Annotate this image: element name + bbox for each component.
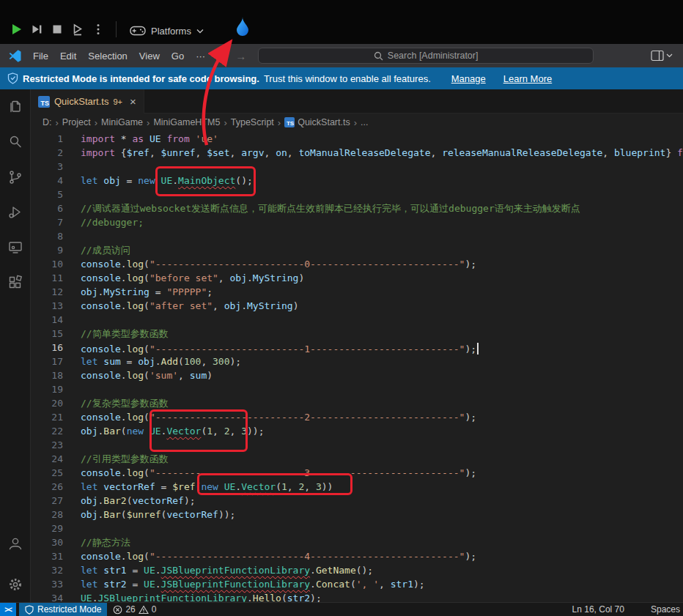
typescript-file-icon: TS <box>284 117 295 127</box>
platforms-dropdown[interactable]: Platforms <box>124 22 210 40</box>
sidebar-item-remote-explorer[interactable] <box>0 230 31 265</box>
back-button[interactable]: ← <box>211 48 231 64</box>
code-line[interactable]: import {$ref, $unref, $set, argv, on, to… <box>81 146 683 160</box>
puerts-logo-icon[interactable] <box>235 16 251 40</box>
code-line[interactable] <box>81 229 683 243</box>
tab-bar: TS QuickStart.ts 9+ × <box>31 89 683 114</box>
sidebar-item-run-debug[interactable] <box>0 195 31 230</box>
stop-button[interactable] <box>47 19 67 40</box>
code-line[interactable]: //debugger; <box>81 215 683 229</box>
code-line[interactable]: console.log("--------------------------2… <box>81 410 683 424</box>
sidebar-item-source-control[interactable] <box>0 160 31 195</box>
menu-selection[interactable]: Selection <box>82 48 133 64</box>
line-number: 32 <box>31 563 63 577</box>
code-line[interactable] <box>81 188 683 201</box>
code-line[interactable]: console.log("--------------------------0… <box>81 257 683 271</box>
error-icon <box>113 605 122 615</box>
tab-close-button[interactable]: × <box>130 95 136 108</box>
menu-more-button[interactable]: ··· <box>190 48 211 64</box>
editor-column: TS QuickStart.ts 9+ × D: › Project › Min… <box>31 89 683 602</box>
code-editor[interactable]: 1234567891011121314151617181920212223242… <box>31 131 683 602</box>
code-line[interactable]: console.log("after set", obj.MyString) <box>81 299 683 313</box>
toolbar-more-button[interactable] <box>88 19 108 40</box>
code-line[interactable] <box>81 382 683 396</box>
account-button[interactable] <box>0 526 31 561</box>
gear-icon <box>7 576 24 593</box>
run-debug-icon <box>7 204 24 221</box>
code-line[interactable]: //复杂类型参数函数 <box>81 396 683 410</box>
code-line[interactable]: console.log("--------------------------1… <box>81 341 683 355</box>
line-number: 19 <box>31 382 63 396</box>
code-line[interactable]: //静态方法 <box>81 535 683 549</box>
code-line[interactable] <box>81 522 683 535</box>
menu-file[interactable]: File <box>27 48 54 64</box>
launch-button[interactable] <box>67 19 88 40</box>
code-line[interactable] <box>81 160 683 174</box>
sidebar-item-explorer[interactable] <box>0 89 31 125</box>
breadcrumb-item-file[interactable]: QuickStart.ts <box>298 117 350 127</box>
learn-more-link[interactable]: Learn More <box>503 73 552 84</box>
menu-go[interactable]: Go <box>166 48 190 64</box>
breadcrumb-item[interactable]: TypeScript <box>231 117 274 127</box>
code-line[interactable]: let vectorRef = $ref(new UE.Vector(1, 2,… <box>81 480 683 494</box>
play-button[interactable] <box>6 19 26 40</box>
code-line[interactable] <box>81 313 683 327</box>
breadcrumb-item[interactable]: MiniGame <box>101 117 143 127</box>
code-line[interactable]: obj.Bar2(vectorRef); <box>81 494 683 508</box>
code-line[interactable]: obj.Bar($unref(vectorRef)); <box>81 508 683 522</box>
problems-indicator[interactable]: 26 0 <box>107 604 162 615</box>
breadcrumb-item[interactable]: D: <box>43 117 52 127</box>
code-line[interactable]: import * as UE from 'ue' <box>81 132 683 146</box>
shield-icon <box>25 605 34 615</box>
search-box[interactable]: Search [Administrator] <box>258 48 594 64</box>
breadcrumb-item[interactable]: ... <box>361 117 368 127</box>
code-line[interactable]: //成员访问 <box>81 243 683 257</box>
code-line[interactable]: //引用类型参数函数 <box>81 452 683 466</box>
code-line[interactable]: console.log("--------------------------3… <box>81 466 683 480</box>
line-number: 16 <box>31 341 63 355</box>
code-line[interactable]: //简单类型参数函数 <box>81 327 683 341</box>
code-line[interactable]: let str1 = UE.JSBlueprintFunctionLibrary… <box>81 563 683 577</box>
source-control-icon <box>7 168 24 186</box>
code-line[interactable]: obj.MyString = "PPPPP"; <box>81 285 683 299</box>
code-line[interactable]: let str2 = UE.JSBlueprintFunctionLibrary… <box>81 577 683 591</box>
tab-quickstart[interactable]: TS QuickStart.ts 9+ × <box>31 89 144 114</box>
settings-button[interactable] <box>0 567 31 602</box>
remote-indicator[interactable]: >< <box>0 603 16 616</box>
step-button[interactable] <box>26 19 47 40</box>
code-line[interactable]: console.log('sum', sum) <box>81 368 683 382</box>
breadcrumb-item[interactable]: Project <box>62 117 91 127</box>
play-icon <box>9 22 23 37</box>
code-line[interactable]: console.log("before set", obj.MyString) <box>81 271 683 285</box>
menu-edit[interactable]: Edit <box>54 48 82 64</box>
code-line[interactable]: UE.JSBlueprintFunctionLibrary.Hello(str2… <box>81 591 683 602</box>
account-icon <box>7 535 24 552</box>
line-number: 10 <box>31 257 63 271</box>
gutter: 1234567891011121314151617181920212223242… <box>31 132 63 602</box>
forward-button[interactable]: → <box>231 48 251 64</box>
line-number: 18 <box>31 368 63 382</box>
code-line[interactable]: obj.Bar(new UE.Vector(1, 2, 3)); <box>81 424 683 438</box>
cursor-position[interactable]: Ln 16, Col 70 <box>572 604 624 615</box>
menu-view[interactable]: View <box>133 48 166 64</box>
sidebar-item-search[interactable] <box>0 125 31 160</box>
code-lines[interactable]: import * as UE from 'ue'import {$ref, $u… <box>63 132 683 602</box>
code-line[interactable]: //调试器通过websocket发送断点信息，可能断点生效前脚本已经执行完毕，可… <box>81 201 683 215</box>
error-count: 26 <box>125 604 135 615</box>
layout-toggle-button[interactable] <box>646 49 677 62</box>
line-number: 29 <box>31 522 63 535</box>
code-line[interactable]: let obj = new UE.MainObject(); <box>81 174 683 188</box>
manage-link[interactable]: Manage <box>451 73 486 84</box>
code-line[interactable] <box>81 438 683 452</box>
chevron-down-icon <box>196 29 204 34</box>
code-line[interactable]: let sum = obj.Add(100, 300); <box>81 355 683 368</box>
chevron-right-icon: › <box>353 117 358 128</box>
restricted-mode-banner: Restricted Mode is intended for safe cod… <box>0 67 683 89</box>
sidebar-item-extensions[interactable] <box>0 265 31 300</box>
indentation-setting[interactable]: Spaces <box>651 604 680 615</box>
breadcrumb-item[interactable]: MiniGameHTM5 <box>153 117 220 127</box>
restricted-mode-status[interactable]: Restricted Mode <box>19 603 107 616</box>
code-line[interactable]: console.log("--------------------------4… <box>81 549 683 563</box>
line-number: 17 <box>31 355 63 368</box>
activity-bar <box>0 89 31 602</box>
